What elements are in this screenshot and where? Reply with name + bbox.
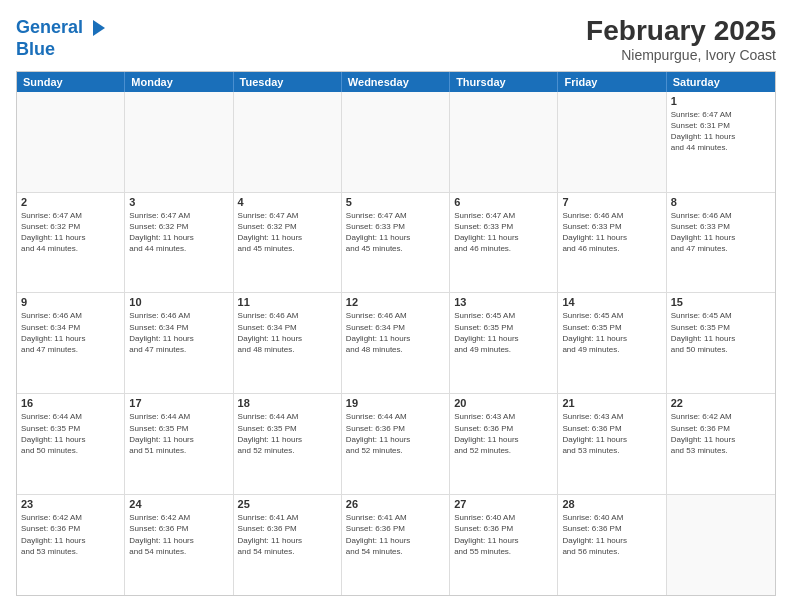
day-info: Sunrise: 6:42 AMSunset: 6:36 PMDaylight:… xyxy=(671,411,771,456)
day-info: Sunrise: 6:46 AMSunset: 6:34 PMDaylight:… xyxy=(129,310,228,355)
day-info: Sunrise: 6:46 AMSunset: 6:33 PMDaylight:… xyxy=(671,210,771,255)
day-info: Sunrise: 6:46 AMSunset: 6:34 PMDaylight:… xyxy=(346,310,445,355)
day-number: 1 xyxy=(671,95,771,107)
cal-cell-2-1: 10Sunrise: 6:46 AMSunset: 6:34 PMDayligh… xyxy=(125,293,233,393)
cal-cell-4-5: 28Sunrise: 6:40 AMSunset: 6:36 PMDayligh… xyxy=(558,495,666,595)
day-info: Sunrise: 6:40 AMSunset: 6:36 PMDaylight:… xyxy=(562,512,661,557)
day-number: 5 xyxy=(346,196,445,208)
day-number: 28 xyxy=(562,498,661,510)
cal-cell-1-3: 5Sunrise: 6:47 AMSunset: 6:33 PMDaylight… xyxy=(342,193,450,293)
logo-icon xyxy=(85,16,109,40)
day-info: Sunrise: 6:46 AMSunset: 6:33 PMDaylight:… xyxy=(562,210,661,255)
cal-cell-0-4 xyxy=(450,92,558,192)
day-number: 18 xyxy=(238,397,337,409)
day-number: 26 xyxy=(346,498,445,510)
day-info: Sunrise: 6:47 AMSunset: 6:32 PMDaylight:… xyxy=(238,210,337,255)
cal-cell-0-0 xyxy=(17,92,125,192)
day-info: Sunrise: 6:45 AMSunset: 6:35 PMDaylight:… xyxy=(454,310,553,355)
day-info: Sunrise: 6:41 AMSunset: 6:36 PMDaylight:… xyxy=(346,512,445,557)
day-info: Sunrise: 6:41 AMSunset: 6:36 PMDaylight:… xyxy=(238,512,337,557)
cal-cell-4-3: 26Sunrise: 6:41 AMSunset: 6:36 PMDayligh… xyxy=(342,495,450,595)
day-info: Sunrise: 6:43 AMSunset: 6:36 PMDaylight:… xyxy=(562,411,661,456)
day-number: 10 xyxy=(129,296,228,308)
header-wednesday: Wednesday xyxy=(342,72,450,92)
day-number: 9 xyxy=(21,296,120,308)
cal-cell-4-4: 27Sunrise: 6:40 AMSunset: 6:36 PMDayligh… xyxy=(450,495,558,595)
cal-cell-4-6 xyxy=(667,495,775,595)
day-number: 24 xyxy=(129,498,228,510)
day-number: 23 xyxy=(21,498,120,510)
cal-cell-3-3: 19Sunrise: 6:44 AMSunset: 6:36 PMDayligh… xyxy=(342,394,450,494)
cal-cell-3-2: 18Sunrise: 6:44 AMSunset: 6:35 PMDayligh… xyxy=(234,394,342,494)
day-number: 12 xyxy=(346,296,445,308)
calendar-body: 1Sunrise: 6:47 AMSunset: 6:31 PMDaylight… xyxy=(17,92,775,595)
day-info: Sunrise: 6:40 AMSunset: 6:36 PMDaylight:… xyxy=(454,512,553,557)
cal-cell-0-3 xyxy=(342,92,450,192)
day-info: Sunrise: 6:47 AMSunset: 6:33 PMDaylight:… xyxy=(346,210,445,255)
day-number: 14 xyxy=(562,296,661,308)
cal-cell-1-0: 2Sunrise: 6:47 AMSunset: 6:32 PMDaylight… xyxy=(17,193,125,293)
day-info: Sunrise: 6:42 AMSunset: 6:36 PMDaylight:… xyxy=(21,512,120,557)
title-block: February 2025 Niempurgue, Ivory Coast xyxy=(586,16,776,63)
day-info: Sunrise: 6:46 AMSunset: 6:34 PMDaylight:… xyxy=(21,310,120,355)
cal-cell-2-3: 12Sunrise: 6:46 AMSunset: 6:34 PMDayligh… xyxy=(342,293,450,393)
logo-blue: Blue xyxy=(16,40,109,60)
day-info: Sunrise: 6:47 AMSunset: 6:32 PMDaylight:… xyxy=(21,210,120,255)
cal-cell-3-6: 22Sunrise: 6:42 AMSunset: 6:36 PMDayligh… xyxy=(667,394,775,494)
cal-cell-4-2: 25Sunrise: 6:41 AMSunset: 6:36 PMDayligh… xyxy=(234,495,342,595)
cal-week-2: 2Sunrise: 6:47 AMSunset: 6:32 PMDaylight… xyxy=(17,193,775,294)
cal-week-1: 1Sunrise: 6:47 AMSunset: 6:31 PMDaylight… xyxy=(17,92,775,193)
cal-cell-0-2 xyxy=(234,92,342,192)
cal-cell-0-1 xyxy=(125,92,233,192)
cal-week-5: 23Sunrise: 6:42 AMSunset: 6:36 PMDayligh… xyxy=(17,495,775,595)
day-number: 17 xyxy=(129,397,228,409)
day-number: 4 xyxy=(238,196,337,208)
logo-general: General xyxy=(16,18,83,38)
day-info: Sunrise: 6:44 AMSunset: 6:35 PMDaylight:… xyxy=(129,411,228,456)
cal-cell-3-1: 17Sunrise: 6:44 AMSunset: 6:35 PMDayligh… xyxy=(125,394,233,494)
day-number: 22 xyxy=(671,397,771,409)
page: General Blue February 2025 Niempurgue, I… xyxy=(0,0,792,612)
day-info: Sunrise: 6:46 AMSunset: 6:34 PMDaylight:… xyxy=(238,310,337,355)
day-number: 6 xyxy=(454,196,553,208)
cal-cell-4-1: 24Sunrise: 6:42 AMSunset: 6:36 PMDayligh… xyxy=(125,495,233,595)
cal-cell-2-2: 11Sunrise: 6:46 AMSunset: 6:34 PMDayligh… xyxy=(234,293,342,393)
header-sunday: Sunday xyxy=(17,72,125,92)
cal-cell-3-4: 20Sunrise: 6:43 AMSunset: 6:36 PMDayligh… xyxy=(450,394,558,494)
calendar-header: Sunday Monday Tuesday Wednesday Thursday… xyxy=(17,72,775,92)
day-number: 20 xyxy=(454,397,553,409)
cal-week-3: 9Sunrise: 6:46 AMSunset: 6:34 PMDaylight… xyxy=(17,293,775,394)
cal-cell-0-6: 1Sunrise: 6:47 AMSunset: 6:31 PMDaylight… xyxy=(667,92,775,192)
cal-cell-1-6: 8Sunrise: 6:46 AMSunset: 6:33 PMDaylight… xyxy=(667,193,775,293)
cal-cell-2-4: 13Sunrise: 6:45 AMSunset: 6:35 PMDayligh… xyxy=(450,293,558,393)
cal-cell-1-4: 6Sunrise: 6:47 AMSunset: 6:33 PMDaylight… xyxy=(450,193,558,293)
cal-cell-1-2: 4Sunrise: 6:47 AMSunset: 6:32 PMDaylight… xyxy=(234,193,342,293)
day-info: Sunrise: 6:44 AMSunset: 6:36 PMDaylight:… xyxy=(346,411,445,456)
cal-week-4: 16Sunrise: 6:44 AMSunset: 6:35 PMDayligh… xyxy=(17,394,775,495)
day-info: Sunrise: 6:47 AMSunset: 6:31 PMDaylight:… xyxy=(671,109,771,154)
header-friday: Friday xyxy=(558,72,666,92)
day-number: 13 xyxy=(454,296,553,308)
sub-title: Niempurgue, Ivory Coast xyxy=(586,47,776,63)
cal-cell-3-0: 16Sunrise: 6:44 AMSunset: 6:35 PMDayligh… xyxy=(17,394,125,494)
cal-cell-0-5 xyxy=(558,92,666,192)
day-info: Sunrise: 6:45 AMSunset: 6:35 PMDaylight:… xyxy=(671,310,771,355)
day-info: Sunrise: 6:44 AMSunset: 6:35 PMDaylight:… xyxy=(21,411,120,456)
day-info: Sunrise: 6:44 AMSunset: 6:35 PMDaylight:… xyxy=(238,411,337,456)
svg-marker-0 xyxy=(93,20,105,36)
day-number: 8 xyxy=(671,196,771,208)
day-number: 7 xyxy=(562,196,661,208)
main-title: February 2025 xyxy=(586,16,776,47)
cal-cell-1-5: 7Sunrise: 6:46 AMSunset: 6:33 PMDaylight… xyxy=(558,193,666,293)
cal-cell-1-1: 3Sunrise: 6:47 AMSunset: 6:32 PMDaylight… xyxy=(125,193,233,293)
day-number: 3 xyxy=(129,196,228,208)
calendar: Sunday Monday Tuesday Wednesday Thursday… xyxy=(16,71,776,596)
day-number: 16 xyxy=(21,397,120,409)
day-info: Sunrise: 6:42 AMSunset: 6:36 PMDaylight:… xyxy=(129,512,228,557)
day-info: Sunrise: 6:47 AMSunset: 6:32 PMDaylight:… xyxy=(129,210,228,255)
day-number: 25 xyxy=(238,498,337,510)
day-number: 15 xyxy=(671,296,771,308)
day-info: Sunrise: 6:47 AMSunset: 6:33 PMDaylight:… xyxy=(454,210,553,255)
logo: General Blue xyxy=(16,16,109,60)
header-tuesday: Tuesday xyxy=(234,72,342,92)
